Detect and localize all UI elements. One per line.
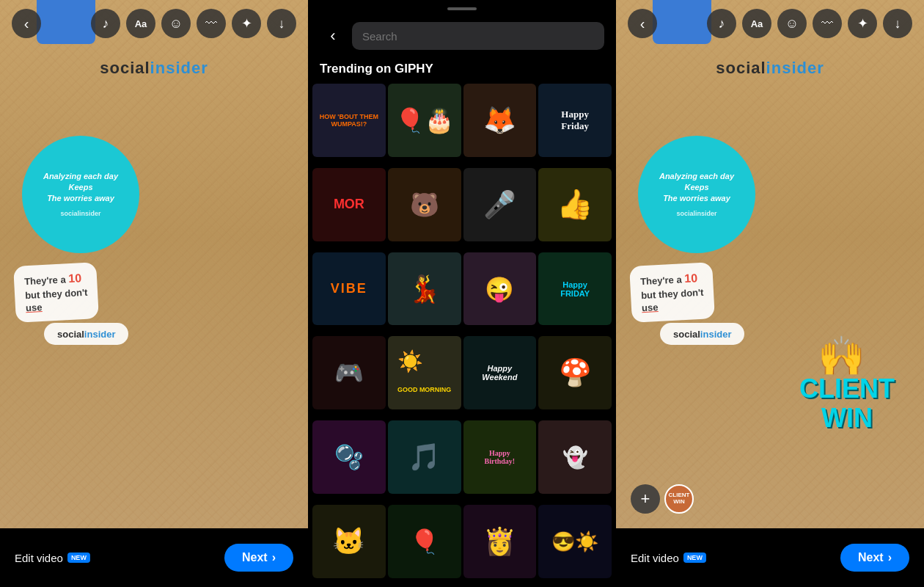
giphy-item-vibe[interactable]: VIBE xyxy=(312,252,386,326)
giphy-item-wumpas[interactable]: HOW 'BOUT THEMWUMPAS!? xyxy=(312,84,386,157)
sticker-circle-1: Analyzing each dayKeepsThe worries away … xyxy=(22,136,139,253)
sticker-10-3: They're a 10but they don'tuse xyxy=(629,262,715,323)
sparkle-button-1[interactable]: ✦ xyxy=(232,9,261,38)
new-badge-3: NEW xyxy=(683,553,706,563)
client-win-3: CLIENT WIN xyxy=(799,374,895,432)
tools-right-1: ♪ Aa ☺ 〰 ✦ ↓ xyxy=(91,9,296,38)
next-button-3[interactable]: Next › xyxy=(840,544,909,572)
giphy-item-game[interactable]: 🎮 xyxy=(312,336,386,409)
sticker-brand-rect-3: socialinsider xyxy=(660,323,744,345)
sticker-circle-brand-1: socialinsider xyxy=(60,209,100,219)
giphy-handle xyxy=(447,7,477,10)
giphy-grid: HOW 'BOUT THEMWUMPAS!? 🎈🎂 🦊 HappyFriday … xyxy=(308,84,616,587)
sticker-circle-3: Analyzing each dayKeepsThe worries away … xyxy=(638,136,755,253)
sticker-brand-rect-1: socialinsider xyxy=(44,323,128,345)
panel-2-giphy: ‹ Trending on GIPHY HOW 'BOUT THEMWUMPAS… xyxy=(308,0,616,587)
text-button-1[interactable]: Aa xyxy=(126,9,155,38)
brand-label-3: socialinsider xyxy=(616,59,924,78)
giphy-item-princess[interactable]: 👸 xyxy=(463,505,537,578)
download-button-3[interactable]: ↓ xyxy=(883,9,912,38)
panel-1: ‹ ♪ Aa ☺ 〰 ✦ ↓ socialinsider Analyzing e… xyxy=(0,0,308,587)
new-badge-1: NEW xyxy=(67,553,90,563)
tools-right-3: ♪ Aa ☺ 〰 ✦ ↓ xyxy=(707,9,912,38)
panel-3: ‹ ♪ Aa ☺ 〰 ✦ ↓ socialinsider Analyzing e… xyxy=(616,0,924,587)
back-button-3[interactable]: ‹ xyxy=(628,9,657,38)
toolbar-3: ‹ ♪ Aa ☺ 〰 ✦ ↓ xyxy=(616,9,924,38)
sticker-circle-text-3: Analyzing each dayKeepsThe worries away xyxy=(659,171,734,205)
giphy-item-happy-friday-2[interactable]: HappyFRIDAY xyxy=(538,252,612,326)
fab-sticker-thumb-3[interactable]: CLIENTWIN xyxy=(664,484,694,514)
giphy-item-happy-friday-1[interactable]: HappyFriday xyxy=(538,84,612,157)
giphy-item-thumbsup[interactable]: 👍 xyxy=(538,168,612,241)
music-button-1[interactable]: ♪ xyxy=(91,9,120,38)
giphy-item-good-morning[interactable]: ☀️GOOD MORNING xyxy=(388,336,461,409)
giphy-item-happy-birthday[interactable]: HappyBirthday! xyxy=(463,420,537,494)
giphy-item-yeah-weekend[interactable]: 🐻 xyxy=(388,168,461,241)
sticker-circle-brand-3: socialinsider xyxy=(676,209,716,219)
download-button-1[interactable]: ↓ xyxy=(267,9,296,38)
sticker-wave-3: 🙌 xyxy=(818,334,865,379)
music-button-3[interactable]: ♪ xyxy=(707,9,736,38)
giphy-item-cat[interactable]: 🐱 xyxy=(312,505,386,578)
giphy-trending-title: Trending on GIPHY xyxy=(308,59,616,84)
giphy-item-good-morning-2[interactable]: 😎☀️ xyxy=(538,505,612,578)
emoji-button-3[interactable]: ☺ xyxy=(777,9,807,38)
giphy-item-balloons2[interactable]: 🎈 xyxy=(388,505,461,578)
giphy-item-mor[interactable]: MOR xyxy=(312,168,386,241)
giphy-item-dance[interactable]: 💃 xyxy=(388,252,461,326)
giphy-item-happy-weekend[interactable]: HappyWeekend xyxy=(463,336,537,409)
giphy-item-birthday-balloons[interactable]: 🎈🎂 xyxy=(388,84,461,157)
back-button-1[interactable]: ‹ xyxy=(12,9,41,38)
bottom-bar-3: Edit video NEW Next › xyxy=(616,528,924,587)
giphy-search-input[interactable] xyxy=(352,22,604,50)
next-button-1[interactable]: Next › xyxy=(224,544,293,572)
giphy-item-goofy[interactable]: 😜 xyxy=(463,252,537,326)
sticker-10-text-1: They're a 10but they don'tuse xyxy=(24,270,89,315)
edit-video-button-3[interactable]: Edit video NEW xyxy=(631,552,706,564)
sparkle-button-3[interactable]: ✦ xyxy=(848,9,877,38)
toolbar-1: ‹ ♪ Aa ☺ 〰 ✦ ↓ xyxy=(0,9,308,38)
giphy-item-headphones[interactable]: 🎵 xyxy=(388,420,461,494)
sticker-10-text-3: They're a 10but they don'tuse xyxy=(640,270,705,315)
client-win-line1: CLIENT xyxy=(799,374,895,404)
sticker-10-1: They're a 10but they don'tuse xyxy=(13,262,99,323)
giphy-item-mic[interactable]: 🎤 xyxy=(463,168,537,241)
giphy-panel: ‹ Trending on GIPHY HOW 'BOUT THEMWUMPAS… xyxy=(308,0,616,587)
sticker-brand-text-3: socialinsider xyxy=(673,329,731,340)
client-win-line2: WIN xyxy=(799,404,895,433)
giphy-back-button[interactable]: ‹ xyxy=(320,23,346,49)
giphy-item-mario[interactable]: 🍄 xyxy=(538,336,612,409)
giphy-item-goo[interactable]: 🫧 xyxy=(312,420,386,494)
giphy-search-row: ‹ xyxy=(308,16,616,59)
emoji-button-1[interactable]: ☺ xyxy=(161,9,191,38)
sticker-circle-text-1: Analyzing each dayKeepsThe worries away xyxy=(43,171,118,205)
edit-video-label-1: Edit video xyxy=(15,552,63,564)
text-button-3[interactable]: Aa xyxy=(742,9,771,38)
giphy-item-its-friday[interactable]: 👻 xyxy=(538,420,612,494)
brand-label-1: socialinsider xyxy=(0,59,308,78)
edit-video-button-1[interactable]: Edit video NEW xyxy=(15,552,90,564)
fab-add-button-3[interactable]: + xyxy=(631,484,660,514)
giphy-item-fox[interactable]: 🦊 xyxy=(463,84,537,157)
bottom-bar-1: Edit video NEW Next › xyxy=(0,528,308,587)
draw-button-3[interactable]: 〰 xyxy=(813,9,842,38)
edit-video-label-3: Edit video xyxy=(631,552,679,564)
draw-button-1[interactable]: 〰 xyxy=(197,9,226,38)
sticker-brand-text-1: socialinsider xyxy=(57,329,115,340)
